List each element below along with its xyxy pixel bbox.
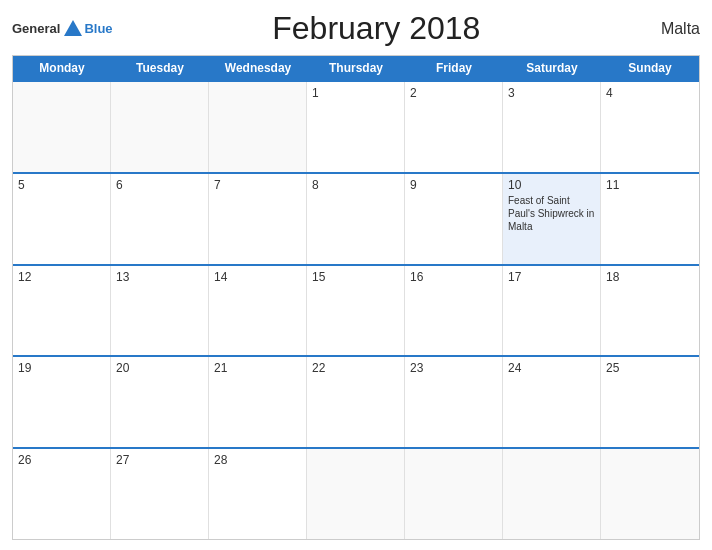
- day-cell-17: 17: [503, 266, 601, 356]
- day-header-friday: Friday: [405, 56, 503, 80]
- day-number: 17: [508, 270, 595, 284]
- day-cell-empty: [111, 82, 209, 172]
- logo-icon: [62, 18, 84, 40]
- day-cell-19: 19: [13, 357, 111, 447]
- day-cell-empty: [209, 82, 307, 172]
- day-number: 27: [116, 453, 203, 467]
- week-row-1: 1234: [13, 80, 699, 172]
- day-header-tuesday: Tuesday: [111, 56, 209, 80]
- day-cell-8: 8: [307, 174, 405, 264]
- day-number: 13: [116, 270, 203, 284]
- day-number: 16: [410, 270, 497, 284]
- day-number: 26: [18, 453, 105, 467]
- day-number: 11: [606, 178, 694, 192]
- day-number: 12: [18, 270, 105, 284]
- day-header-monday: Monday: [13, 56, 111, 80]
- logo: General Blue: [12, 18, 113, 40]
- day-cell-9: 9: [405, 174, 503, 264]
- day-cell-18: 18: [601, 266, 699, 356]
- week-row-3: 12131415161718: [13, 264, 699, 356]
- day-cell-27: 27: [111, 449, 209, 539]
- day-cell-5: 5: [13, 174, 111, 264]
- day-cell-26: 26: [13, 449, 111, 539]
- day-cell-25: 25: [601, 357, 699, 447]
- day-number: 4: [606, 86, 694, 100]
- day-number: 7: [214, 178, 301, 192]
- day-cell-28: 28: [209, 449, 307, 539]
- calendar-container: General Blue February 2018 Malta MondayT…: [0, 0, 712, 550]
- day-number: 28: [214, 453, 301, 467]
- day-cell-empty: [405, 449, 503, 539]
- day-cell-23: 23: [405, 357, 503, 447]
- day-number: 8: [312, 178, 399, 192]
- calendar-title: February 2018: [113, 10, 640, 47]
- day-header-wednesday: Wednesday: [209, 56, 307, 80]
- day-cell-6: 6: [111, 174, 209, 264]
- day-cell-3: 3: [503, 82, 601, 172]
- day-cell-12: 12: [13, 266, 111, 356]
- day-number: 25: [606, 361, 694, 375]
- day-number: 9: [410, 178, 497, 192]
- day-cell-13: 13: [111, 266, 209, 356]
- day-cell-empty: [307, 449, 405, 539]
- day-number: 10: [508, 178, 595, 192]
- day-cell-11: 11: [601, 174, 699, 264]
- calendar-grid: MondayTuesdayWednesdayThursdayFridaySatu…: [12, 55, 700, 540]
- day-cell-empty: [13, 82, 111, 172]
- day-header-sunday: Sunday: [601, 56, 699, 80]
- country-label: Malta: [640, 20, 700, 38]
- day-cell-21: 21: [209, 357, 307, 447]
- day-cell-empty: [503, 449, 601, 539]
- day-number: 3: [508, 86, 595, 100]
- day-number: 19: [18, 361, 105, 375]
- day-number: 2: [410, 86, 497, 100]
- day-cell-22: 22: [307, 357, 405, 447]
- day-number: 5: [18, 178, 105, 192]
- day-cell-24: 24: [503, 357, 601, 447]
- day-number: 6: [116, 178, 203, 192]
- event-text: Feast of Saint Paul's Shipwreck in Malta: [508, 194, 595, 233]
- day-number: 20: [116, 361, 203, 375]
- week-row-4: 19202122232425: [13, 355, 699, 447]
- day-number: 14: [214, 270, 301, 284]
- day-header-saturday: Saturday: [503, 56, 601, 80]
- day-number: 23: [410, 361, 497, 375]
- calendar-header: General Blue February 2018 Malta: [12, 10, 700, 47]
- week-row-2: 5678910Feast of Saint Paul's Shipwreck i…: [13, 172, 699, 264]
- day-cell-16: 16: [405, 266, 503, 356]
- week-row-5: 262728: [13, 447, 699, 539]
- day-cell-7: 7: [209, 174, 307, 264]
- logo-general-text: General: [12, 21, 60, 36]
- logo-blue-text: Blue: [84, 21, 112, 36]
- day-cell-10: 10Feast of Saint Paul's Shipwreck in Mal…: [503, 174, 601, 264]
- day-number: 22: [312, 361, 399, 375]
- day-cell-14: 14: [209, 266, 307, 356]
- day-cell-15: 15: [307, 266, 405, 356]
- day-number: 21: [214, 361, 301, 375]
- day-number: 15: [312, 270, 399, 284]
- day-header-thursday: Thursday: [307, 56, 405, 80]
- day-cell-empty: [601, 449, 699, 539]
- day-cell-20: 20: [111, 357, 209, 447]
- day-headers: MondayTuesdayWednesdayThursdayFridaySatu…: [13, 56, 699, 80]
- day-number: 24: [508, 361, 595, 375]
- svg-marker-0: [64, 20, 82, 36]
- weeks-container: 12345678910Feast of Saint Paul's Shipwre…: [13, 80, 699, 539]
- day-cell-1: 1: [307, 82, 405, 172]
- day-cell-4: 4: [601, 82, 699, 172]
- day-cell-2: 2: [405, 82, 503, 172]
- day-number: 18: [606, 270, 694, 284]
- day-number: 1: [312, 86, 399, 100]
